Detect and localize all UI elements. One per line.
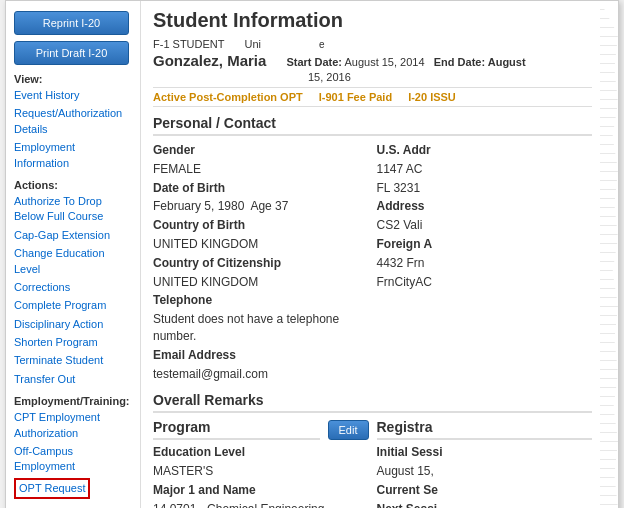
telephone-value-row: Student does not have a telephone number… — [153, 311, 369, 345]
gender-value-row: FEMALE — [153, 161, 369, 178]
sidebar-link-shorten-program[interactable]: Shorten Program — [14, 335, 132, 350]
sidebar: Reprint I-20 Print Draft I-20 View: Even… — [6, 1, 141, 508]
sidebar-link-offcampus[interactable]: Off-Campus Employment — [14, 444, 132, 475]
sidebar-link-transfer-out[interactable]: Transfer Out — [14, 372, 132, 387]
view-section-label: View: — [14, 73, 132, 85]
personal-right-col: U.S. Addr 1147 AC FL 3231 Address CS2 Va… — [377, 142, 593, 384]
status-i20: I-20 ISSU — [408, 91, 456, 103]
sidebar-link-opt-request[interactable]: OPT Request — [14, 478, 90, 499]
personal-contact-section: Gender FEMALE Date of Birth February 5, … — [153, 142, 592, 384]
cob-row: Country of Birth — [153, 217, 369, 234]
sidebar-link-complete-program[interactable]: Complete Program — [14, 298, 132, 313]
page-title: Student Information — [153, 9, 592, 32]
employment-section-label: Employment/Training: — [14, 395, 132, 407]
personal-left-col: Gender FEMALE Date of Birth February 5, … — [153, 142, 369, 384]
actions-section-label: Actions: — [14, 179, 132, 191]
edit-program-button[interactable]: Edit — [328, 420, 369, 440]
coc-row: Country of Citizenship — [153, 255, 369, 272]
us-addr-row: U.S. Addr — [377, 142, 593, 159]
sidebar-link-request-auth[interactable]: Request/Authorization Details — [14, 106, 132, 137]
sidebar-link-terminate[interactable]: Terminate Student — [14, 353, 132, 368]
status-bar: Active Post-Completion OPT I-901 Fee Pai… — [153, 87, 592, 107]
sidebar-link-event-history[interactable]: Event History — [14, 88, 132, 103]
dob-row: Date of Birth — [153, 180, 369, 197]
registra-col: Registra Initial Sessi August 15, Curren… — [377, 419, 593, 508]
status-fee: I-901 Fee Paid — [319, 91, 392, 103]
sidebar-link-cpt[interactable]: CPT Employment Authorization — [14, 410, 132, 441]
student-header: F-1 STUDENT Uni e Gonzalez, Maria Start … — [153, 38, 592, 83]
email-row: Email Address — [153, 347, 369, 364]
date-info: Start Date: August 15, 2014 End Date: Au… — [286, 56, 525, 68]
overall-remarks-title: Overall Remarks — [153, 392, 592, 413]
sidebar-link-cap-gap[interactable]: Cap-Gap Extension — [14, 228, 132, 243]
sidebar-link-corrections[interactable]: Corrections — [14, 280, 132, 295]
sidebar-link-employment-info[interactable]: Employment Information — [14, 140, 132, 171]
reprint-i20-button[interactable]: Reprint I-20 — [14, 11, 129, 35]
program-col-title: Program — [153, 419, 320, 440]
program-registration-section: Program Edit Education Level MASTER'S Ma… — [153, 419, 592, 508]
personal-section-title: Personal / Contact — [153, 115, 592, 136]
registra-col-title: Registra — [377, 419, 593, 440]
telephone-row: Telephone — [153, 292, 369, 309]
uni-info: Uni e — [245, 38, 325, 50]
gender-row: Gender — [153, 142, 369, 159]
status-opt: Active Post-Completion OPT — [153, 91, 303, 103]
dob-value-row: February 5, 1980 Age 37 — [153, 198, 369, 215]
student-name: Gonzalez, Maria — [153, 52, 266, 69]
sidebar-link-drop-below[interactable]: Authorize To Drop Below Full Course — [14, 194, 132, 225]
sidebar-link-disciplinary[interactable]: Disciplinary Action — [14, 317, 132, 332]
program-col: Program Edit Education Level MASTER'S Ma… — [153, 419, 369, 508]
print-draft-button[interactable]: Print Draft I-20 — [14, 41, 129, 65]
email-value-row: testemail@gmail.com — [153, 366, 369, 383]
end-date-continuation: 15, 2016 — [308, 71, 592, 83]
coc-value-row: UNITED KINGDOM — [153, 274, 369, 291]
cob-value-row: UNITED KINGDOM — [153, 236, 369, 253]
student-type: F-1 STUDENT — [153, 38, 225, 50]
main-content: Student Information F-1 STUDENT Uni e Go… — [141, 1, 618, 508]
sidebar-link-change-education[interactable]: Change Education Level — [14, 246, 132, 277]
